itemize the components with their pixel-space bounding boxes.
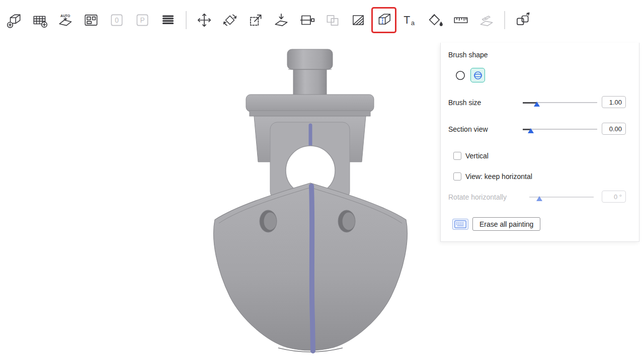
brush-size-slider-thumb[interactable] [534, 102, 540, 107]
move-button[interactable] [193, 9, 215, 32]
brush-size-label: Brush size [448, 99, 481, 107]
funnel[interactable] [287, 49, 333, 99]
section-view-slider[interactable] [523, 126, 597, 134]
support-paint-icon [350, 12, 367, 29]
seam-stripe-hull [311, 186, 313, 351]
keep-horizontal-label: View: keep horizontal [465, 172, 532, 181]
brush-size-slider[interactable] [523, 100, 597, 108]
auto-orient-icon [57, 12, 74, 29]
add-object-icon [6, 12, 23, 29]
circle-brush-icon [455, 70, 466, 81]
auto-orient-button[interactable] [54, 9, 76, 32]
rotate-horizontally-slider [529, 194, 594, 202]
scale-icon [247, 12, 264, 29]
keep-horizontal-checkbox[interactable] [453, 172, 461, 180]
vertical-checkbox[interactable] [453, 152, 461, 160]
cut-button[interactable] [296, 9, 318, 32]
slider-track [523, 129, 597, 130]
rotate-slider-thumb [536, 196, 542, 201]
seam-paint-icon [375, 12, 392, 29]
section-view-label: Section view [448, 125, 488, 134]
sphere-brush-icon [473, 70, 483, 80]
brush-size-input[interactable] [602, 96, 626, 108]
toolbar-separator [186, 11, 187, 29]
layers-button[interactable] [157, 9, 179, 32]
porthole-right [338, 210, 355, 232]
brush-shape-label: Brush shape [448, 51, 488, 59]
place-on-face-button[interactable] [270, 9, 292, 32]
plate-letter-button [131, 9, 153, 32]
mesh-boolean-button [321, 9, 344, 32]
plate-number-icon [108, 12, 125, 29]
seam-paint-panel: Brush shape Brush size Section view Vert… [440, 43, 639, 242]
color-paint-icon [427, 12, 444, 29]
rotate-horizontally-input [602, 191, 626, 203]
vertical-label: Vertical [465, 152, 489, 160]
add-object-button[interactable] [3, 9, 25, 32]
arrange-button[interactable] [80, 9, 102, 32]
keyboard-shortcut-button[interactable] [452, 219, 468, 230]
place-on-face-icon [273, 12, 290, 29]
brush-shape-circle-button[interactable] [454, 69, 467, 82]
brush-shape-sphere-button[interactable] [470, 68, 485, 82]
text-icon [401, 12, 418, 29]
scale-button[interactable] [245, 9, 267, 32]
measure-button[interactable] [450, 9, 472, 32]
mesh-boolean-icon [324, 12, 341, 29]
keyboard-icon [454, 220, 466, 228]
flatten-icon [478, 12, 495, 29]
cut-icon [298, 12, 315, 29]
color-paint-button[interactable] [424, 9, 446, 32]
layers-icon [159, 12, 177, 29]
rotate-icon [221, 12, 238, 29]
hull[interactable] [214, 183, 408, 352]
support-paint-button[interactable] [347, 9, 369, 32]
rotate-button[interactable] [219, 9, 241, 32]
assembly-view-button[interactable] [512, 9, 534, 32]
plate-letter-icon [134, 12, 151, 29]
main-toolbar [3, 6, 534, 34]
add-plate-button[interactable] [29, 9, 51, 32]
move-icon [196, 12, 213, 29]
plate-number-button [106, 9, 128, 32]
rotate-horizontally-label: Rotate horizontally [448, 193, 507, 202]
section-view-slider-thumb[interactable] [528, 128, 534, 133]
arrange-icon [83, 12, 100, 29]
toolbar-separator [504, 11, 505, 29]
add-plate-icon [31, 12, 48, 29]
text-button[interactable] [398, 9, 421, 32]
porthole-left [260, 210, 277, 232]
benchy-model[interactable] [208, 46, 411, 357]
measure-icon [452, 12, 469, 29]
seam-paint-button[interactable] [373, 9, 395, 32]
erase-all-painting-button[interactable]: Erase all painting [472, 217, 540, 231]
assembly-view-icon [514, 12, 531, 29]
flatten-button [475, 9, 498, 32]
section-view-input[interactable] [602, 123, 626, 135]
